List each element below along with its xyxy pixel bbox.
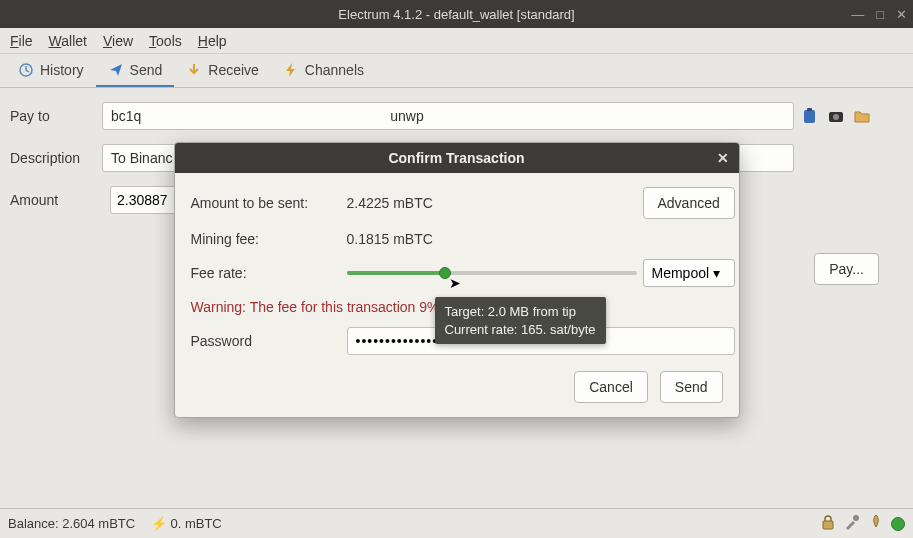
tooltip-line-1: Target: 2.0 MB from tip xyxy=(445,303,596,321)
menu-bar: File Wallet View Tools Help xyxy=(0,28,913,54)
fee-tooltip: Target: 2.0 MB from tip Current rate: 16… xyxy=(435,297,606,344)
amount-to-send-label: Amount to be sent: xyxy=(191,195,341,211)
lightning-balance: ⚡ 0. mBTC xyxy=(151,516,222,531)
svg-rect-5 xyxy=(823,521,833,529)
advanced-button[interactable]: Advanced xyxy=(643,187,735,219)
amount-to-send-value: 2.4225 mBTC xyxy=(347,195,637,211)
cursor-icon: ➤ xyxy=(449,275,461,291)
tools-icon[interactable] xyxy=(843,513,861,534)
tooltip-line-2: Current rate: 165. sat/byte xyxy=(445,321,596,339)
status-bar: Balance: 2.604 mBTC ⚡ 0. mBTC xyxy=(0,508,913,538)
send-button[interactable]: Send xyxy=(660,371,723,403)
menu-wallet[interactable]: Wallet xyxy=(49,33,87,49)
network-status-icon[interactable] xyxy=(891,517,905,531)
modal-overlay: Confirm Transaction ✕ Amount to be sent:… xyxy=(0,60,913,508)
mining-fee-label: Mining fee: xyxy=(191,231,341,247)
menu-file[interactable]: File xyxy=(10,33,33,49)
fee-rate-slider[interactable]: ➤ xyxy=(347,271,637,275)
balance-text: Balance: 2.604 mBTC xyxy=(8,516,135,531)
window-titlebar: Electrum 4.1.2 - default_wallet [standar… xyxy=(0,0,913,28)
lock-icon[interactable] xyxy=(819,513,837,534)
modal-titlebar: Confirm Transaction ✕ xyxy=(175,143,739,173)
fee-rate-label: Fee rate: xyxy=(191,265,341,281)
minimize-button[interactable]: — xyxy=(851,7,864,22)
confirm-transaction-dialog: Confirm Transaction ✕ Amount to be sent:… xyxy=(174,142,740,418)
cancel-button[interactable]: Cancel xyxy=(574,371,648,403)
fee-mode-value: Mempool xyxy=(652,265,710,281)
window-title: Electrum 4.1.2 - default_wallet [standar… xyxy=(338,7,574,22)
close-button[interactable]: ✕ xyxy=(896,7,907,22)
fee-mode-dropdown[interactable]: Mempool ▾ xyxy=(643,259,735,287)
password-label: Password xyxy=(191,333,341,349)
seed-icon[interactable] xyxy=(867,513,885,534)
modal-close-button[interactable]: ✕ xyxy=(717,150,729,166)
menu-view[interactable]: View xyxy=(103,33,133,49)
svg-point-6 xyxy=(853,515,859,521)
mining-fee-value: 0.1815 mBTC xyxy=(347,231,735,247)
maximize-button[interactable]: □ xyxy=(876,7,884,22)
menu-help[interactable]: Help xyxy=(198,33,227,49)
menu-tools[interactable]: Tools xyxy=(149,33,182,49)
modal-title-text: Confirm Transaction xyxy=(388,150,524,166)
chevron-down-icon: ▾ xyxy=(713,265,720,281)
